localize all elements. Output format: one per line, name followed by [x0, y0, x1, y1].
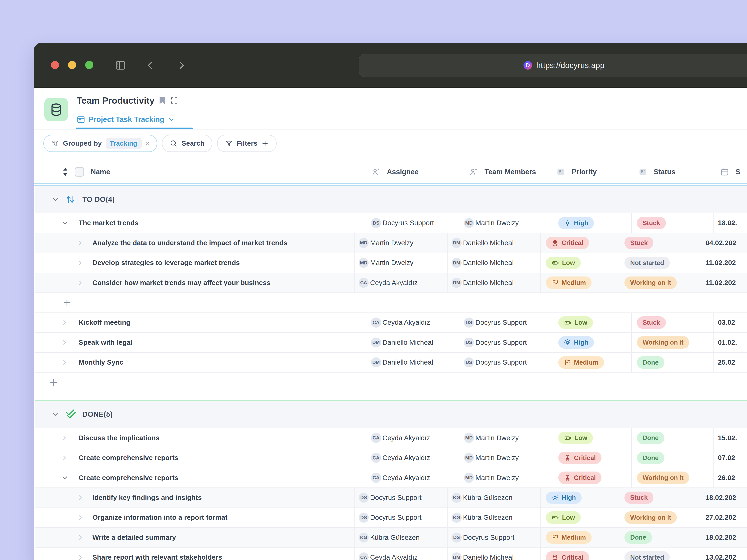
task-row[interactable]: Analyze the data to understand the impac…	[35, 233, 747, 253]
column-header-priority[interactable]: Priority	[556, 161, 597, 183]
expand-task-icon[interactable]	[61, 339, 68, 346]
assignee-cell[interactable]: DSDocyrus Support	[355, 488, 448, 507]
status-cell[interactable]: Done	[631, 353, 714, 372]
remove-grouping-icon[interactable]: ×	[146, 140, 150, 147]
status-cell[interactable]: Stuck	[619, 233, 701, 252]
priority-cell[interactable]: Medium	[540, 273, 619, 292]
priority-badge[interactable]: Critical	[546, 551, 589, 560]
expand-task-icon[interactable]	[77, 240, 83, 246]
priority-cell[interactable]: Low	[540, 508, 619, 527]
priority-cell[interactable]: High	[540, 488, 619, 507]
bookmark-icon[interactable]	[159, 97, 166, 105]
status-badge[interactable]: Working on it	[637, 336, 689, 349]
plus-icon[interactable]	[49, 378, 58, 387]
expand-task-icon[interactable]	[77, 534, 83, 540]
task-row[interactable]: Identify key findings and insightsDSDocy…	[35, 488, 747, 508]
priority-cell[interactable]: Low	[540, 253, 619, 273]
status-badge[interactable]: Stuck	[637, 217, 666, 229]
assignee-cell[interactable]: DSDocyrus Support	[355, 508, 448, 527]
team-member-cell[interactable]: KGKübra Gülsezen	[447, 508, 541, 527]
start-date-cell[interactable]: 01.02.	[713, 333, 747, 352]
task-row[interactable]: The market trendsDSDocyrus SupportMDMart…	[35, 213, 747, 233]
task-row[interactable]: Consider how market trends may affect yo…	[35, 273, 747, 293]
assignee-cell[interactable]: DSDocyrus Support	[367, 213, 460, 233]
back-icon[interactable]	[145, 60, 156, 71]
status-cell[interactable]: Stuck	[631, 213, 714, 233]
assignee-cell[interactable]: CACeyda Akyaldız	[367, 313, 460, 332]
expand-task-icon[interactable]	[61, 359, 68, 366]
status-cell[interactable]: Working on it	[619, 273, 701, 292]
status-badge[interactable]: Stuck	[624, 491, 653, 504]
status-cell[interactable]: Done	[631, 448, 714, 468]
assignee-cell[interactable]: MDMartin Dwelzy	[355, 233, 448, 252]
start-date-cell[interactable]: 04.02.202	[701, 233, 747, 252]
priority-cell[interactable]: Critical	[540, 548, 619, 560]
expand-task-icon[interactable]	[77, 279, 83, 286]
start-date-cell[interactable]: 26.02	[713, 468, 747, 487]
team-member-cell[interactable]: DSDocyrus Support	[460, 333, 553, 352]
status-cell[interactable]: Stuck	[619, 488, 701, 507]
priority-cell[interactable]: High	[553, 333, 632, 352]
priority-cell[interactable]: Medium	[540, 528, 619, 547]
task-row[interactable]: Develop strategies to leverage market tr…	[35, 253, 747, 273]
priority-cell[interactable]: Critical	[540, 233, 619, 252]
expand-icon[interactable]	[170, 97, 178, 105]
priority-cell[interactable]: Critical	[553, 468, 632, 487]
priority-badge[interactable]: High	[546, 491, 582, 504]
minimize-window-button[interactable]	[68, 61, 76, 69]
column-header-name[interactable]: Name	[62, 161, 110, 183]
collapse-group-icon[interactable]	[52, 196, 58, 203]
status-badge[interactable]: Done	[624, 531, 652, 544]
status-badge[interactable]: Not started	[624, 551, 670, 560]
status-badge[interactable]: Stuck	[624, 237, 653, 249]
status-cell[interactable]: Done	[631, 428, 714, 448]
task-row[interactable]: Speak with legalDMDaniello MichealDSDocy…	[35, 333, 747, 352]
assignee-cell[interactable]: CACeyda Akyaldız	[355, 273, 448, 292]
start-date-cell[interactable]: 11.02.202	[701, 273, 747, 292]
priority-cell[interactable]: Medium	[553, 353, 632, 372]
priority-badge[interactable]: Critical	[558, 472, 601, 484]
task-row[interactable]: Discuss the implicationsCACeyda Akyaldız…	[35, 428, 747, 448]
expand-task-icon[interactable]	[61, 455, 68, 461]
search-button[interactable]: Search	[162, 135, 212, 152]
assignee-cell[interactable]: MDMartin Dwelzy	[355, 253, 448, 273]
expand-task-icon[interactable]	[61, 319, 68, 326]
collapse-task-icon[interactable]	[61, 475, 68, 481]
team-member-cell[interactable]: MDMartin Dwelzy	[460, 468, 553, 487]
group-header-todo[interactable]: TO DO(4)	[35, 186, 747, 213]
assignee-cell[interactable]: DMDaniello Micheal	[367, 333, 460, 352]
plus-icon[interactable]	[62, 298, 72, 307]
start-date-cell[interactable]: 07.02	[713, 448, 747, 468]
assignee-cell[interactable]: CACeyda Akyaldız	[367, 468, 460, 487]
status-badge[interactable]: Working on it	[624, 276, 677, 289]
team-member-cell[interactable]: DMDaniello Micheal	[447, 253, 541, 273]
column-header-assignee[interactable]: Assignee	[371, 161, 419, 183]
status-cell[interactable]: Not started	[619, 548, 701, 560]
status-badge[interactable]: Not started	[624, 257, 670, 269]
team-member-cell[interactable]: MDMartin Dwelzy	[460, 448, 553, 468]
expand-task-icon[interactable]	[77, 495, 83, 501]
select-all-checkbox[interactable]	[75, 167, 84, 177]
team-member-cell[interactable]: DMDaniello Micheal	[447, 233, 541, 252]
close-window-button[interactable]	[51, 61, 59, 69]
status-badge[interactable]: Working on it	[624, 511, 677, 524]
priority-badge[interactable]: High	[558, 336, 594, 349]
start-date-cell[interactable]: 18.02.202	[701, 488, 747, 507]
expand-task-icon[interactable]	[61, 435, 68, 441]
grouped-by-value[interactable]: Tracking	[106, 138, 141, 149]
add-task-row[interactable]	[35, 293, 747, 313]
grouped-by-chip[interactable]: Grouped by Tracking ×	[43, 135, 157, 152]
start-date-cell[interactable]: 18.02.202	[701, 528, 747, 547]
expand-task-icon[interactable]	[77, 514, 83, 521]
assignee-cell[interactable]: CACeyda Akyaldız	[355, 548, 448, 560]
status-badge[interactable]: Done	[637, 452, 664, 464]
expand-task-icon[interactable]	[77, 554, 83, 560]
priority-badge[interactable]: High	[558, 217, 594, 229]
start-date-cell[interactable]: 25.02	[713, 353, 747, 372]
priority-badge[interactable]: Low	[558, 316, 593, 329]
address-bar[interactable]: D https://docyrus.app	[359, 54, 747, 77]
priority-badge[interactable]: Medium	[546, 276, 592, 289]
start-date-cell[interactable]: 27.02.202	[701, 508, 747, 527]
priority-badge[interactable]: Medium	[558, 356, 604, 369]
start-date-cell[interactable]: 03.02	[713, 313, 747, 332]
